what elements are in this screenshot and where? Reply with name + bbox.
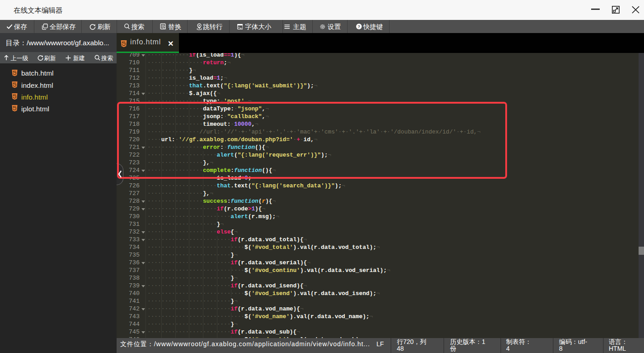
svg-text:?: ? bbox=[357, 24, 360, 29]
